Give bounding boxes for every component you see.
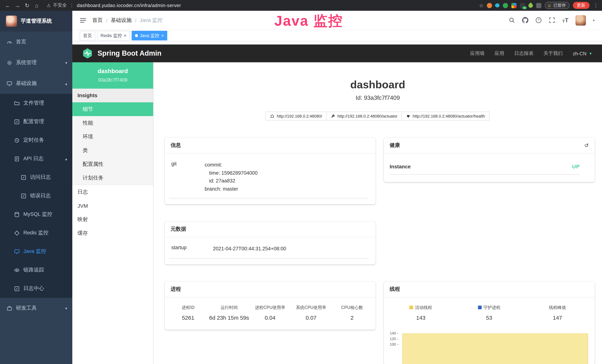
sidebar-item-label: Java 监控 [23,248,46,255]
sidebar-item-label: 研发工具 [16,305,37,311]
process-stats: 进程ID 5261 运行时间 6d 23h 15m 59s [165,300,376,326]
profile-paused-pill[interactable]: ☺ 已暂停 [545,2,569,9]
sba-menu-config-props[interactable]: 配置属性 [72,157,153,171]
stat-value: 147 [523,314,592,321]
topbar-actions: TT ▾ [509,15,595,25]
font-size-icon[interactable]: TT [562,17,569,23]
extension-icon-4[interactable] [511,3,516,8]
sidebar-item-java-monitor[interactable]: Java 监控 [0,242,72,261]
sba-nav-wallboard[interactable]: 应用墙 [470,50,485,57]
search-icon[interactable] [509,17,515,23]
threads-card: 线程 活动线程 143 [384,281,595,364]
github-icon[interactable] [522,17,528,23]
back-icon[interactable]: ← [4,2,12,9]
avatar-caret-icon[interactable]: ▾ [593,18,595,22]
eye-icon [14,267,20,273]
sba-nav-journal[interactable]: 日志报表 [514,50,534,57]
instance-service-link[interactable]: http://192.168.0.2:48080/ [266,112,327,120]
extension-icon-5[interactable]: on [520,3,525,8]
sba-brand-label: Spring Boot Admin [97,49,161,57]
extension-icon-6[interactable] [527,2,534,9]
tab-home[interactable]: 首页 [80,31,95,40]
sidebar-item-label: Redis 监控 [23,230,48,236]
chrome-update-button[interactable]: 更新 [573,2,589,9]
active-tab-dot [135,34,138,37]
sidebar-item-home[interactable]: 首页 [0,32,72,52]
sidebar-item-error-logs[interactable]: 错误日志 [0,187,72,205]
sidebar-item-scheduled-tasks[interactable]: 定时任务 [0,131,72,150]
sba-menu-classes[interactable]: 类 [72,143,153,157]
user-avatar[interactable] [575,15,586,25]
sidebar-item-access-logs[interactable]: 访问日志 [0,168,72,187]
reload-icon[interactable]: ↻ [23,2,31,9]
instance-actuator-link[interactable]: http://192.168.0.2:48080/actuator [326,112,402,120]
forward-icon[interactable]: → [13,2,22,9]
sba-menu-metrics[interactable]: 性能 [72,116,153,130]
sidebar-item-api-logs[interactable]: API 日志 ▴ [0,150,72,168]
hamburger-icon[interactable] [80,17,86,23]
sba-menu-mappings[interactable]: 映射 [72,213,153,226]
instance-health-link[interactable]: http://192.168.0.2:48080/actuator/health [402,112,489,120]
health-instance-row[interactable]: Instance UP [390,159,580,175]
sba-menu-environment[interactable]: 环境 [72,130,153,143]
info-line: commit: [205,161,258,169]
tab-java-monitor[interactable]: Java 监控 × [132,31,167,40]
gear-icon [7,60,12,65]
sba-menu-details[interactable]: 细节 [72,102,153,116]
tab-label: Java 监控 [140,32,159,39]
bookmark-star-icon[interactable]: ☆ [479,2,484,8]
font-size-small-t: T [562,19,565,23]
stat-value: 0.07 [290,314,332,321]
breadcrumb-infrastructure[interactable]: 基础设施 [111,17,132,23]
sidebar-logo[interactable]: 芋道管理系统 [0,11,72,32]
sba-nav-applications[interactable]: 应用 [495,50,504,57]
spring-boot-admin-frame: Spring Boot Admin 应用墙 应用 日志报表 关于我们 zh-CN… [72,42,602,364]
sidebar-item-mysql-monitor[interactable]: MySQL 监控 [0,205,72,224]
home-icon [270,114,275,118]
live-threads-swatch [409,306,413,310]
help-icon[interactable] [536,17,542,23]
sidebar-item-redis-monitor[interactable]: Redis 监控 [0,224,72,242]
tab-redis-monitor[interactable]: Redis 监控 × [97,31,130,40]
fullscreen-icon[interactable] [549,17,555,23]
home-icon[interactable]: ⌂ [33,2,41,9]
close-tab-icon[interactable]: × [161,33,164,38]
sidebar-item-dev-tools[interactable]: 研发工具 ▾ [0,298,72,319]
sidebar-item-trace[interactable]: 链路追踪 [0,261,72,279]
browser-chrome: ← → ↻ ⌂ ⚠ 不安全 dashboard.yudao.iocoder.cn… [0,0,602,11]
sba-locale-select[interactable]: zh-CN ▼ [573,51,592,56]
sidebar-item-log-center[interactable]: 日志中心 [0,279,72,298]
sidebar-item-system-management[interactable]: 系统管理 ▾ [0,52,72,73]
extension-icon-1[interactable] [487,3,492,8]
metadata-card-title: 元数据 [165,222,376,237]
extension-icon-2[interactable] [495,2,500,8]
paused-label: 已暂停 [553,3,566,8]
sidebar-item-label: 首页 [16,39,26,45]
clock-icon [14,137,20,143]
threads-stats: 活动线程 143 守护进程 [384,300,595,326]
extension-puzzle-icon[interactable] [536,3,541,8]
sba-detail-view: dashboard Id: 93a3fc7f7409 http://192.16… [153,62,602,364]
stat-label: CPU核心数 [332,305,373,310]
history-icon[interactable]: ↺ [584,142,589,148]
sba-menu-logs[interactable]: 日志 [72,185,153,199]
link-label: http://192.168.0.2:48080/actuator [337,114,398,118]
sba-menu-scheduled-tasks[interactable]: 计划任务 [72,171,153,185]
sidebar-item-file-management[interactable]: 文件管理 [0,94,72,112]
stat-cpu-cores: CPU核心数 2 [332,305,373,321]
address-bar[interactable]: ⚠ 不安全 dashboard.yudao.iocoder.cn/infra/a… [47,2,181,9]
sba-menu-jvm[interactable]: JVM [72,199,153,213]
sidebar-item-config-management[interactable]: 配置管理 [0,112,72,131]
tab-label: Redis 监控 [100,32,122,39]
close-tab-icon[interactable]: × [124,33,127,38]
sidebar-item-infrastructure[interactable]: 基础设施 ▴ [0,73,72,94]
sba-nav-about[interactable]: 关于我们 [544,50,563,57]
extension-icon-3[interactable] [503,3,508,8]
sba-brand[interactable]: Spring Boot Admin [82,48,161,59]
sba-instance-header[interactable]: dashboard 93a3fc7f7409 [72,62,153,89]
breadcrumb-home[interactable]: 首页 [92,17,103,23]
toolbox-icon [7,305,12,311]
sidebar-item-label: API 日志 [23,155,43,162]
sba-menu-caches[interactable]: 缓存 [72,226,153,240]
browser-menu-icon[interactable]: ⋮ [593,3,598,8]
